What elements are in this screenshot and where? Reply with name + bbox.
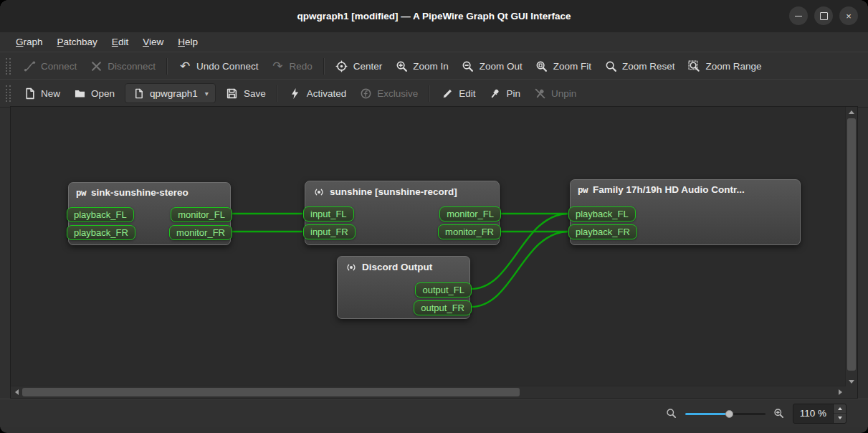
toolbar-handle[interactable]: [6, 58, 11, 75]
node-title: Family 17h/19h HD Audio Contr...: [593, 184, 745, 195]
exclusive-toggle[interactable]: Exclusive: [353, 82, 424, 104]
app-window: qpwgraph1 [modified] — A PipeWire Graph …: [0, 0, 868, 433]
maximize-button[interactable]: [814, 6, 833, 25]
zoom-in-button[interactable]: Zoom In: [388, 55, 455, 77]
horizontal-scroll-thumb[interactable]: [22, 388, 520, 396]
speaker-icon: [313, 186, 325, 198]
cables-layer: [11, 107, 846, 386]
undo-connect-button[interactable]: ↶ Undo Connect: [172, 55, 264, 77]
menu-help[interactable]: Help: [171, 34, 205, 49]
zoom-fit-button[interactable]: Zoom Fit: [529, 55, 598, 77]
graph-canvas[interactable]: pw sink-sunshine-stereo playback_FL play…: [11, 107, 846, 386]
patchbay-file-icon: [132, 87, 145, 100]
port-input_FL[interactable]: input_FL: [303, 206, 354, 222]
patchbay-profile-value: qpwgraph1: [150, 88, 198, 99]
menu-edit[interactable]: Edit: [105, 34, 135, 49]
zoom-in-icon: [773, 407, 786, 420]
zoom-slider-handle[interactable]: [725, 410, 733, 418]
pin-button[interactable]: Pin: [482, 82, 528, 104]
redo-icon: ↷: [271, 60, 284, 72]
menu-graph[interactable]: Graph: [9, 34, 50, 49]
scroll-up-button[interactable]: [846, 107, 857, 117]
port-playback_FL[interactable]: playback_FL: [568, 206, 636, 222]
port-input_FR[interactable]: input_FR: [303, 224, 356, 239]
center-button[interactable]: Center: [329, 55, 389, 77]
patchbay-profile-combobox[interactable]: qpwgraph1 ▾: [125, 83, 216, 103]
redo-button[interactable]: ↷ Redo: [264, 55, 318, 77]
open-folder-icon: [73, 87, 86, 100]
center-icon: [335, 60, 348, 72]
graph-view-frame: pw sink-sunshine-stereo playback_FL play…: [10, 106, 858, 399]
node-title: sunshine [sunshine-record]: [330, 186, 457, 197]
save-button[interactable]: Save: [219, 82, 272, 104]
close-icon: ×: [846, 11, 852, 21]
activated-toggle[interactable]: Activated: [282, 82, 353, 104]
toolbar-separator: [323, 58, 325, 75]
open-button[interactable]: Open: [67, 82, 121, 104]
scrollbar-corner: [846, 386, 857, 398]
node-discord-output[interactable]: Discord Output output_FL output_FR: [337, 256, 470, 319]
vertical-scroll-thumb[interactable]: [847, 118, 856, 371]
activated-bolt-icon: [289, 87, 302, 100]
port-monitor_FL[interactable]: monitor_FL: [439, 206, 501, 222]
menu-patchbay[interactable]: Patchbay: [50, 34, 105, 49]
disconnect-icon: [90, 60, 102, 72]
node-title: Discord Output: [362, 262, 432, 272]
maximize-icon: [820, 12, 828, 20]
graph-toolbar: Connect Disconnect ↶ Undo Connect ↷ Redo…: [0, 52, 868, 80]
port-output_FL[interactable]: output_FL: [415, 282, 472, 298]
zoom-spinbox: 110 %: [793, 404, 846, 424]
menu-view[interactable]: View: [135, 34, 171, 49]
port-monitor_FR[interactable]: monitor_FR: [169, 225, 232, 240]
port-playback_FR[interactable]: playback_FR: [568, 224, 637, 239]
port-monitor_FL[interactable]: monitor_FL: [171, 207, 232, 222]
arrow-left-icon: [15, 389, 19, 395]
port-playback_FR[interactable]: playback_FR: [67, 225, 135, 240]
zoom-spin-down-button[interactable]: [834, 413, 846, 423]
node-title: sink-sunshine-stereo: [91, 187, 189, 198]
chevron-down-icon: ▾: [205, 90, 209, 97]
arrow-down-icon: [838, 417, 842, 419]
exclusive-icon: [359, 87, 372, 100]
pipewire-icon: pw: [578, 184, 588, 195]
edit-button[interactable]: Edit: [434, 82, 482, 104]
connect-icon: [23, 60, 36, 72]
node-sunshine-record[interactable]: sunshine [sunshine-record] input_FL inpu…: [305, 181, 500, 245]
undo-icon: ↶: [178, 60, 191, 72]
arrow-up-icon: [849, 110, 854, 114]
zoom-reset-icon: [604, 60, 617, 72]
zoom-range-icon: [688, 60, 701, 72]
titlebar[interactable]: qpwgraph1 [modified] — A PipeWire Graph …: [0, 0, 868, 33]
unpin-button[interactable]: Unpin: [527, 82, 583, 104]
zoom-value-field[interactable]: 110 %: [793, 404, 833, 423]
connect-button[interactable]: Connect: [16, 55, 83, 77]
new-file-icon: [23, 87, 36, 100]
window-title: qpwgraph1 [modified] — A PipeWire Graph …: [297, 11, 571, 22]
node-sink-sunshine-stereo[interactable]: pw sink-sunshine-stereo playback_FL play…: [68, 182, 231, 245]
port-monitor_FR[interactable]: monitor_FR: [438, 224, 501, 239]
scroll-left-button[interactable]: [11, 386, 22, 398]
port-playback_FL[interactable]: playback_FL: [67, 207, 134, 222]
toolbar-handle[interactable]: [6, 85, 11, 102]
save-icon: [226, 87, 239, 100]
node-family-hd-audio-controller[interactable]: pw Family 17h/19h HD Audio Contr... play…: [570, 179, 801, 245]
disconnect-button[interactable]: Disconnect: [83, 55, 162, 77]
zoom-fit-icon: [535, 60, 548, 72]
zoom-spin-up-button[interactable]: [834, 404, 846, 414]
zoom-reset-button[interactable]: Zoom Reset: [598, 55, 682, 77]
pipewire-icon: pw: [76, 187, 86, 198]
horizontal-scrollbar[interactable]: [11, 386, 846, 398]
scroll-right-button[interactable]: [834, 386, 846, 398]
new-button[interactable]: New: [16, 82, 67, 104]
zoom-slider[interactable]: [685, 408, 766, 419]
minimize-button[interactable]: [789, 6, 808, 25]
scroll-down-button[interactable]: [846, 376, 857, 386]
zoom-range-button[interactable]: Zoom Range: [682, 55, 768, 77]
zoom-out-button[interactable]: Zoom Out: [455, 55, 529, 77]
vertical-scrollbar[interactable]: [845, 107, 857, 386]
window-controls: ×: [789, 6, 858, 25]
arrow-up-icon: [838, 407, 842, 410]
port-output_FR[interactable]: output_FR: [414, 300, 472, 315]
close-button[interactable]: ×: [839, 6, 858, 25]
patchbay-toolbar: New Open qpwgraph1 ▾ Save Activated Excl…: [0, 79, 868, 108]
